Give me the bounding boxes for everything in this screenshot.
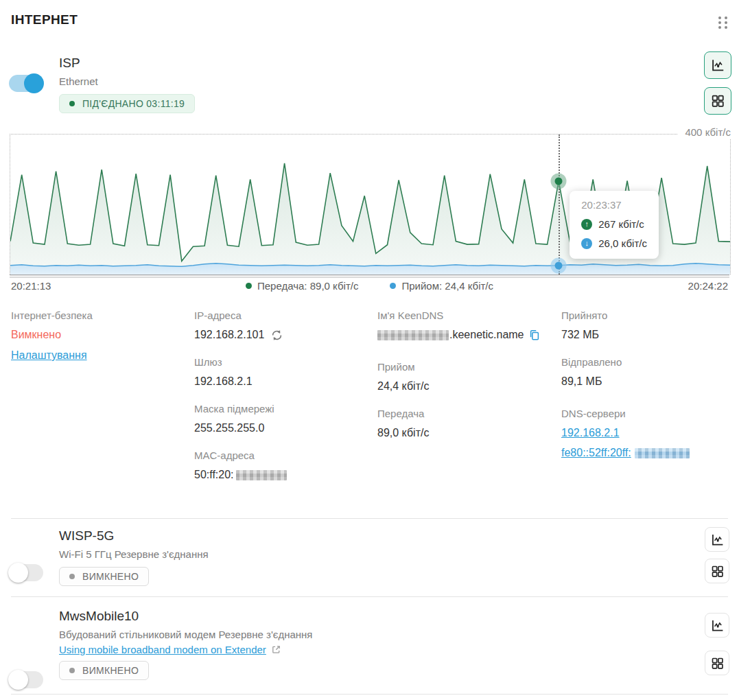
keendns-redacted-block	[377, 330, 449, 340]
drag-handle-icon[interactable]	[718, 16, 727, 29]
page-title: ІНТЕРНЕТ	[11, 12, 78, 27]
external-link-icon	[271, 644, 281, 655]
info-col-network: IP-адреса 192.168.2.101 Шлюз 192.168.2.1…	[194, 308, 371, 495]
keendns-suffix: .keenetic.name	[449, 327, 524, 343]
dns-server2-link[interactable]: fe80::52ff:20ff:	[561, 445, 631, 461]
section-divider	[11, 694, 728, 695]
chart-cursor-line	[559, 135, 560, 275]
chart-bottom-axis	[10, 275, 729, 278]
toggle-knob	[24, 73, 44, 93]
mobile-status-text: ВИМКНЕНО	[82, 665, 139, 676]
legend-rx: Прийом: 24,4 кбіт/с	[390, 280, 493, 292]
tx-label: Передача	[377, 406, 554, 421]
sent-value: 89,1 МБ	[561, 373, 738, 390]
isp-info: ISP Ethernet ПІД'ЄДНАНО 03:11:19	[59, 55, 195, 113]
isp-name: ISP	[59, 55, 195, 71]
mobile-grid-view-button[interactable]	[705, 651, 729, 675]
security-label: Інтернет-безпека	[11, 308, 188, 323]
toggle-knob	[8, 563, 28, 583]
mobile-subtitle: Вбудований стільниковий модем Резервне з…	[59, 627, 313, 642]
keendns-label: Ім'я KeenDNS	[377, 308, 554, 323]
isp-toggle[interactable]	[9, 75, 43, 92]
tooltip-rx-row: ↓ 26,0 кбіт/с	[581, 237, 647, 249]
mobile-info: MwsMobile10 Вбудований стільниковий моде…	[59, 608, 313, 680]
rx-point-marker	[555, 261, 563, 269]
chart-tooltip: 20:23:37 ↑ 267 кбіт/с ↓ 26,0 кбіт/с	[570, 191, 659, 259]
rx-value: 24,4 кбіт/с	[377, 378, 554, 395]
isp-type: Ethernet	[59, 74, 195, 89]
tx-legend-dot-icon	[246, 283, 252, 289]
sent-label: Відправлено	[561, 355, 738, 370]
info-col-security: Інтернет-безпека Вимкнено Налаштування	[11, 308, 188, 373]
dns-server1-link[interactable]: 192.168.2.1	[561, 425, 620, 441]
download-arrow-icon: ↓	[581, 238, 592, 249]
chart-legend: 20:21:13 Передача: 89,0 кбіт/с Прийом: 2…	[11, 280, 728, 292]
gateway-value: 192.168.2.1	[194, 373, 371, 390]
isp-status-badge: ПІД'ЄДНАНО 03:11:19	[59, 94, 195, 113]
mac-label: MAC-адреса	[194, 448, 371, 463]
wisp-info: WISP-5G Wi-Fi 5 ГГц Резервне з'єднання В…	[59, 528, 209, 586]
gateway-label: Шлюз	[194, 355, 371, 370]
ip-label: IP-адреса	[194, 308, 371, 323]
line-chart-icon	[710, 533, 725, 547]
section-divider	[11, 596, 728, 597]
tooltip-tx-value: 267 кбіт/с	[598, 218, 644, 230]
toggle-knob	[8, 670, 28, 690]
tooltip-tx-row: ↑ 267 кбіт/с	[581, 218, 647, 230]
dns-label: DNS-сервери	[561, 406, 738, 421]
wisp-status-badge: ВИМКНЕНО	[59, 567, 149, 586]
ip-value: 192.168.2.101	[194, 327, 264, 343]
wisp-status-text: ВИМКНЕНО	[82, 571, 139, 582]
rx-label: Прийом	[377, 360, 554, 375]
mask-value: 255.255.255.0	[194, 420, 371, 436]
mobile-name: MwsMobile10	[59, 608, 313, 625]
traffic-chart[interactable]: 400 кбіт/с 20:23:37 ↑ 267 кбіт/с	[10, 134, 731, 275]
isp-grid-view-button[interactable]	[704, 87, 731, 115]
mobile-chart-view-button[interactable]	[705, 613, 729, 638]
status-dot-icon	[69, 668, 75, 673]
chart-ymax-label: 400 кбіт/с	[678, 126, 731, 139]
tooltip-rx-value: 26,0 кбіт/с	[598, 237, 647, 249]
received-label: Прийнято	[561, 308, 738, 323]
mac-redacted-block	[236, 470, 287, 480]
mobile-help-link[interactable]: Using mobile broadband modem on Extender	[59, 644, 266, 655]
grid-icon	[710, 656, 725, 670]
security-value: Вимкнено	[11, 327, 188, 343]
received-value: 732 МБ	[561, 327, 738, 343]
isp-status-text: ПІД'ЄДНАНО 03:11:19	[82, 98, 185, 109]
tooltip-time: 20:23:37	[581, 199, 647, 211]
rx-legend-dot-icon	[390, 283, 396, 289]
mobile-status-badge: ВИМКНЕНО	[59, 661, 149, 680]
info-col-traffic: Ім'я KeenDNS .keenetic.name Прийом 24,4 …	[377, 308, 554, 453]
section-divider	[11, 518, 728, 519]
upload-arrow-icon: ↑	[581, 219, 592, 230]
refresh-icon[interactable]	[270, 329, 283, 342]
info-col-totals: Прийнято 732 МБ Відправлено 89,1 МБ DNS-…	[561, 308, 738, 473]
chart-end-time: 20:24:22	[688, 280, 728, 292]
wisp-name: WISP-5G	[59, 528, 209, 544]
tx-value: 89,0 кбіт/с	[377, 425, 554, 441]
isp-chart-view-button[interactable]	[704, 51, 731, 79]
line-chart-icon	[710, 58, 725, 73]
wisp-grid-view-button[interactable]	[705, 559, 729, 583]
mac-value-prefix: 50:ff:20:	[194, 467, 234, 483]
status-dot-icon	[69, 574, 75, 579]
chart-start-time: 20:21:13	[11, 280, 51, 292]
copy-icon[interactable]	[528, 329, 541, 341]
mask-label: Маска підмережі	[194, 401, 371, 417]
line-chart-icon	[710, 618, 725, 633]
internet-page: ІНТЕРНЕТ ISP Ethernet ПІД'ЄДНАНО 03:11:1…	[0, 0, 739, 700]
grid-icon	[710, 93, 725, 108]
wisp-toggle[interactable]	[9, 564, 43, 581]
status-dot-icon	[69, 101, 75, 106]
wisp-chart-view-button[interactable]	[705, 527, 729, 552]
security-settings-link[interactable]: Налаштування	[11, 349, 87, 361]
grid-icon	[710, 564, 725, 579]
wisp-subtitle: Wi-Fi 5 ГГц Резервне з'єднання	[59, 547, 209, 561]
tx-point-marker	[555, 177, 563, 185]
legend-tx: Передача: 89,0 кбіт/с	[246, 280, 358, 292]
mobile-toggle[interactable]	[9, 671, 43, 688]
dns-server2-redacted-block	[635, 448, 690, 458]
